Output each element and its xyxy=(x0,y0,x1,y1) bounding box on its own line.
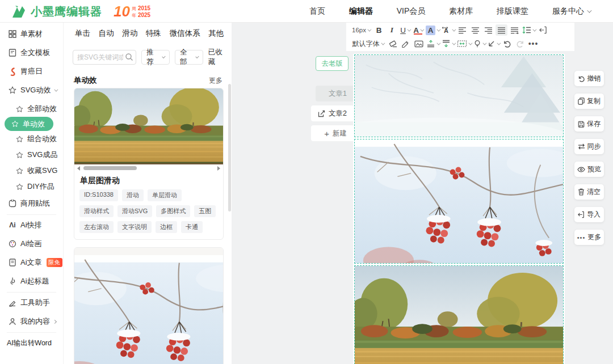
tag-id[interactable]: ID:S10338 xyxy=(79,189,118,201)
nav-service-center[interactable]: 服务中心 xyxy=(552,6,590,16)
highlight-color-button[interactable]: A xyxy=(425,24,440,36)
align-justify-button[interactable] xyxy=(496,24,507,36)
align-left-button[interactable] xyxy=(456,24,468,36)
underline-button[interactable]: U xyxy=(399,24,411,36)
tag[interactable]: 左右滚动 xyxy=(79,221,114,233)
letter-spacing-button[interactable]: A xyxy=(441,24,455,36)
font-family-select[interactable]: 默认字体 xyxy=(350,38,385,49)
anniversary-year-top: 2015 xyxy=(138,5,150,11)
font-color-button[interactable]: A xyxy=(412,24,424,36)
sidebar-item-diy-works[interactable]: DIY作品 xyxy=(0,179,63,194)
align-distribute-button[interactable] xyxy=(509,24,520,36)
scroll-left-arrow[interactable] xyxy=(77,166,80,171)
tag[interactable]: 五图 xyxy=(194,205,216,217)
sync-button[interactable]: 同步 xyxy=(574,139,604,154)
font-size-select[interactable]: 16px xyxy=(350,24,372,36)
bold-button[interactable]: B xyxy=(373,24,385,36)
arrow-down-left-button[interactable] xyxy=(487,38,500,49)
sidebar-item-ai-title[interactable]: Ai起标题 xyxy=(0,273,63,289)
sidebar-item-my-content[interactable]: 我的内容 xyxy=(0,314,63,329)
filter-recommend-select[interactable]: 推荐 xyxy=(141,50,170,65)
tag[interactable]: 滑动样式 xyxy=(79,205,114,217)
align-right-button[interactable] xyxy=(482,24,494,36)
more-tools-icon[interactable]: ••• xyxy=(527,38,539,49)
doc-tab-article2-active[interactable]: 文章2 xyxy=(311,105,353,121)
clear-button[interactable]: 清空 xyxy=(574,184,604,200)
highlight-pen-button[interactable] xyxy=(473,38,486,49)
sidebar-item-ai-painting[interactable]: Ai绘画 xyxy=(0,236,63,252)
redo-icon[interactable] xyxy=(514,38,526,49)
sidebar-item-ai-article[interactable]: Ai文章 限免 xyxy=(0,255,63,270)
space-below-button[interactable] xyxy=(441,38,455,49)
sidebar-item-single-effect-selected[interactable]: 单动效 xyxy=(5,117,53,131)
insert-image-icon[interactable] xyxy=(413,38,425,49)
sidebar-item-ai-quick-layout[interactable]: Λi Ai快排 xyxy=(0,217,63,233)
indent-box-button[interactable] xyxy=(456,38,472,49)
nav-courses[interactable]: 排版课堂 xyxy=(497,6,528,16)
chevron-down-icon xyxy=(497,41,501,45)
nav-home[interactable]: 首页 xyxy=(309,6,325,16)
tab-slide[interactable]: 滑动 xyxy=(122,28,137,39)
tag[interactable]: 单层滑动 xyxy=(148,189,182,201)
canvas-image-snow-forest[interactable] xyxy=(354,54,564,137)
sidebar-item-svg-finished[interactable]: SVG成品 xyxy=(0,147,63,163)
format-painter-icon[interactable] xyxy=(400,38,412,49)
sidebar-item-full-template[interactable]: 全文模板 xyxy=(0,45,63,61)
filter-favorited-link[interactable]: 已收藏 xyxy=(208,48,227,67)
search-icon[interactable] xyxy=(125,53,133,61)
copy-button[interactable]: 复制 xyxy=(574,94,604,109)
material-thumbnail-autumn[interactable] xyxy=(74,88,223,164)
scroll-right-arrow[interactable] xyxy=(217,166,220,171)
hscrollbar-thumb[interactable] xyxy=(83,166,137,170)
italic-button[interactable]: I xyxy=(386,24,398,36)
nav-materials[interactable]: 素材库 xyxy=(449,6,473,16)
tab-wechat[interactable]: 微信体系 xyxy=(169,28,200,39)
edit-icon xyxy=(318,110,325,117)
tag[interactable]: 滑动SVG xyxy=(117,205,152,217)
doc-tab-article1[interactable]: 文章1 xyxy=(316,86,353,101)
sidebar-item-commercial-stickers[interactable]: 商用贴纸 xyxy=(0,196,63,211)
canvas-image-autumn-landscape[interactable] xyxy=(354,265,564,364)
nav-vip[interactable]: VIP会员 xyxy=(397,6,426,16)
sidebar-item-favorite-svg[interactable]: 收藏SVG xyxy=(0,163,63,179)
undo-button[interactable]: 撤销 xyxy=(574,71,604,86)
canvas-image-frozen-berries[interactable] xyxy=(354,139,564,264)
tab-click[interactable]: 单击 xyxy=(75,28,90,39)
undo-icon[interactable] xyxy=(501,38,513,49)
filter-all-select[interactable]: 全部 xyxy=(175,50,203,65)
sidebar-item-svg-effects[interactable]: SVG动效 xyxy=(0,82,63,98)
sidebar-item-stomach-day[interactable]: 胃癌日 xyxy=(0,64,63,79)
nav-editor[interactable]: 编辑器 xyxy=(349,6,373,16)
line-height-button[interactable] xyxy=(522,24,536,36)
tag[interactable]: 边框 xyxy=(156,221,177,233)
panel-vscrollbar-thumb[interactable] xyxy=(228,84,231,211)
tab-auto[interactable]: 自动 xyxy=(99,28,114,39)
sidebar-item-ai-to-word[interactable]: AI输出转Word xyxy=(0,335,63,351)
import-button[interactable]: 导入 xyxy=(574,207,604,222)
material-card-berries[interactable] xyxy=(74,247,224,364)
sidebar-item-tool-assistant[interactable]: 工具助手 xyxy=(0,295,63,311)
chevron-down-icon xyxy=(468,41,472,45)
tag[interactable]: 滑动 xyxy=(122,189,144,201)
sidebar-item-all-effects[interactable]: 全部动效 xyxy=(0,101,63,117)
tag[interactable]: 卡通 xyxy=(181,221,203,233)
sidebar-item-combo-effects[interactable]: 组合动效 xyxy=(0,131,63,147)
space-above-button[interactable] xyxy=(426,38,440,49)
eraser-icon[interactable] xyxy=(387,38,398,49)
star-icon xyxy=(15,134,24,143)
tab-special[interactable]: 特殊 xyxy=(146,28,161,39)
editor-canvas[interactable] xyxy=(353,54,565,364)
preview-button[interactable]: 预览 xyxy=(574,162,604,177)
doc-tab-new[interactable]: + 新建 xyxy=(311,125,353,141)
save-button[interactable]: 保存 xyxy=(574,116,604,132)
sidebar-item-single-material[interactable]: 单素材 xyxy=(0,26,63,42)
tag[interactable]: 多图样式 xyxy=(156,205,190,217)
align-center-button[interactable] xyxy=(469,24,481,36)
tag[interactable]: 文字说明 xyxy=(117,221,152,233)
indent-left-button[interactable] xyxy=(537,24,549,36)
more-link[interactable]: 更多 xyxy=(209,76,222,86)
old-version-button[interactable]: 去老版 xyxy=(316,56,349,71)
tab-other[interactable]: 其他 xyxy=(208,28,224,39)
article-icon xyxy=(8,258,17,267)
more-button[interactable]: ••• 更多 xyxy=(574,230,604,245)
